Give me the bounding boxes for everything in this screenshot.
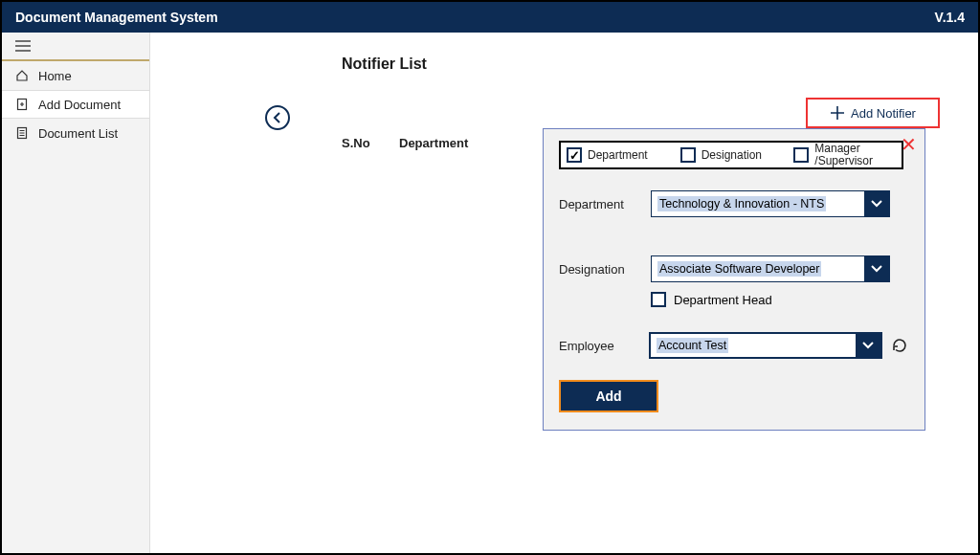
department-row: Department Technology & Innovation - NTS [559,190,909,217]
designation-select[interactable]: Associate Software Developer [651,255,890,282]
add-notifier-button[interactable]: Add Notifier [806,98,940,128]
department-label: Department [559,197,651,211]
type-label: Designation [702,148,762,162]
column-sno: S.No [342,136,380,150]
employee-label: Employee [559,339,649,353]
type-label: Manager /Supervisor [814,143,896,166]
sidebar-item-home[interactable]: Home [2,61,149,90]
page-title: Notifier List [342,56,944,73]
checkbox-manager[interactable] [793,147,809,163]
employee-value: Account Test [651,334,857,357]
sidebar-item-document-list[interactable]: Document List [2,119,149,147]
document-plus-icon [15,98,29,111]
main-content: Notifier List Add Notifier S.No Departme… [150,33,978,553]
checkbox-designation[interactable] [680,147,696,163]
table-header: S.No Department Design [342,136,533,150]
checkbox-department[interactable] [567,147,582,163]
chevron-down-icon[interactable] [864,256,889,281]
type-designation[interactable]: Designation [675,147,789,163]
department-head-label: Department Head [674,293,772,307]
chevron-down-icon[interactable] [856,334,880,357]
employee-row: Employee Account Test [559,332,909,359]
department-head-row[interactable]: Department Head [651,292,909,307]
designation-label: Designation [559,262,651,277]
close-button[interactable]: ✕ [901,135,917,154]
type-manager[interactable]: Manager /Supervisor [788,143,902,166]
chevron-left-icon [273,112,282,123]
designation-row: Designation Associate Software Developer [559,255,909,282]
chevron-down-icon[interactable] [864,191,889,216]
document-list-icon [15,126,29,140]
type-department[interactable]: Department [561,147,675,163]
sidebar: Home Add Document Document List [2,33,150,553]
close-icon: ✕ [901,134,917,155]
column-department: Department [399,136,533,150]
sidebar-item-label: Document List [38,126,118,141]
department-value: Technology & Innovation - NTS [652,191,864,216]
app-title: Document Management System [15,10,218,25]
app-header: Document Management System V.1.4 [2,2,978,33]
home-icon [15,69,29,82]
type-label: Department [588,148,648,162]
back-button[interactable] [265,105,290,130]
hamburger-icon [15,40,31,52]
notifier-type-row: Department Designation Manager /Supervis… [559,141,903,169]
add-notifier-label: Add Notifier [851,106,916,121]
add-button[interactable]: Add [561,382,657,411]
designation-value: Associate Software Developer [652,256,864,281]
app-version: V.1.4 [935,10,965,25]
plus-icon [830,105,845,121]
add-notifier-dialog: ✕ Department Designation Manager /Superv… [543,128,925,431]
department-select[interactable]: Technology & Innovation - NTS [651,190,890,217]
menu-toggle[interactable] [2,33,149,61]
sidebar-item-label: Add Document [38,98,121,112]
refresh-icon [891,337,908,354]
sidebar-item-add-document[interactable]: Add Document [2,90,149,119]
refresh-button[interactable] [890,336,909,355]
employee-select[interactable]: Account Test [649,332,883,359]
checkbox-department-head[interactable] [651,292,666,307]
sidebar-item-label: Home [38,69,72,83]
add-button-highlight: Add [559,380,658,412]
